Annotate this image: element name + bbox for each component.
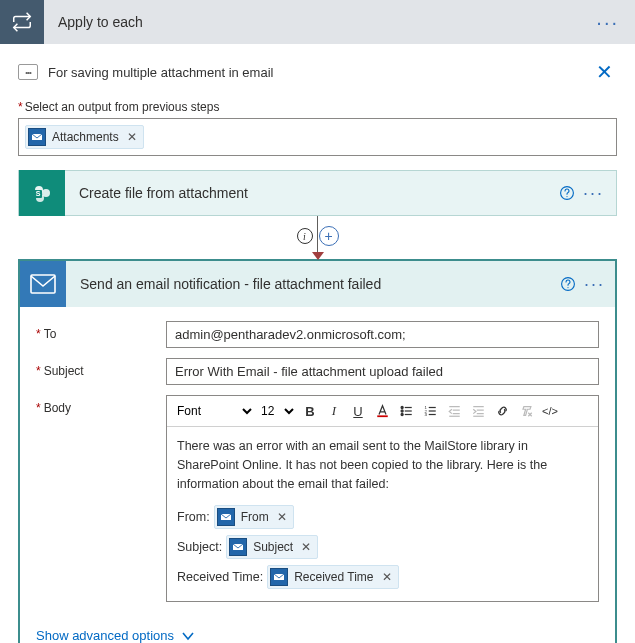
token-remove-icon[interactable]: ✕	[301, 538, 311, 556]
send-email-title: Send an email notification - file attach…	[66, 276, 558, 292]
mail-icon	[20, 261, 66, 307]
header-title: Apply to each	[44, 14, 588, 30]
sharepoint-icon: S	[19, 170, 65, 216]
token-remove-icon[interactable]: ✕	[277, 508, 287, 526]
connector: i +	[18, 216, 617, 260]
comment-icon: •••	[18, 64, 38, 80]
from-token[interactable]: From ✕	[214, 505, 294, 529]
apply-to-each-header[interactable]: Apply to each ···	[0, 0, 635, 44]
code-view-button[interactable]: </>	[539, 400, 561, 422]
arrow-down-icon	[312, 252, 324, 260]
svg-point-11	[567, 287, 568, 288]
body-label: *Body	[36, 395, 166, 415]
clear-format-button[interactable]	[515, 400, 537, 422]
italic-button[interactable]: I	[323, 400, 345, 422]
token-label: Attachments	[52, 130, 119, 144]
link-button[interactable]	[491, 400, 513, 422]
body-received-label: Received Time:	[177, 568, 263, 587]
number-list-button[interactable]: 123	[419, 400, 441, 422]
token-remove-icon[interactable]: ✕	[382, 568, 392, 586]
outdent-button[interactable]	[443, 400, 465, 422]
attachments-token[interactable]: Attachments ✕	[25, 125, 144, 149]
bold-button[interactable]: B	[299, 400, 321, 422]
font-size-select[interactable]: 12	[257, 403, 297, 419]
loop-icon	[0, 0, 44, 44]
svg-rect-9	[31, 275, 55, 293]
output-field[interactable]: Attachments ✕	[18, 118, 617, 156]
svg-rect-12	[377, 415, 388, 417]
subject-input[interactable]	[166, 358, 599, 385]
body-editor[interactable]: Font 12 B I U 123	[166, 395, 599, 602]
add-step-button[interactable]: +	[319, 226, 339, 246]
info-icon[interactable]: i	[297, 228, 313, 244]
help-icon[interactable]	[557, 183, 577, 203]
email-help-icon[interactable]	[558, 274, 578, 294]
chevron-down-icon	[182, 631, 194, 641]
header-more-menu[interactable]: ···	[588, 11, 627, 34]
body-subject-label: Subject:	[177, 538, 222, 557]
send-email-header[interactable]: Send an email notification - file attach…	[20, 261, 615, 307]
note-text: For saving multiple attachment in email	[48, 65, 592, 80]
bullet-list-button[interactable]	[395, 400, 417, 422]
create-file-title: Create file from attachment	[65, 185, 557, 201]
send-email-action: Send an email notification - file attach…	[18, 259, 617, 643]
to-label: *To	[36, 321, 166, 341]
body-from-label: From:	[177, 508, 210, 527]
outlook-icon	[217, 508, 235, 526]
underline-button[interactable]: U	[347, 400, 369, 422]
svg-point-17	[401, 413, 403, 415]
create-file-more-menu[interactable]: ···	[577, 183, 610, 204]
svg-text:S: S	[36, 190, 41, 197]
svg-point-15	[401, 410, 403, 412]
svg-text:3: 3	[424, 412, 427, 417]
to-input[interactable]	[166, 321, 599, 348]
outlook-icon	[270, 568, 288, 586]
subject-token[interactable]: Subject ✕	[226, 535, 318, 559]
body-content[interactable]: There was an error with an email sent to…	[167, 427, 598, 601]
token-remove-icon[interactable]: ✕	[127, 130, 137, 144]
svg-point-8	[566, 196, 567, 197]
subject-label: *Subject	[36, 358, 166, 378]
outlook-icon	[229, 538, 247, 556]
email-more-menu[interactable]: ···	[578, 274, 611, 295]
indent-button[interactable]	[467, 400, 489, 422]
font-select[interactable]: Font	[173, 403, 255, 419]
output-label: *Select an output from previous steps	[18, 100, 617, 114]
rte-toolbar: Font 12 B I U 123	[167, 396, 598, 427]
body-paragraph: There was an error with an email sent to…	[177, 437, 588, 493]
svg-point-13	[401, 406, 403, 408]
received-time-token[interactable]: Received Time ✕	[267, 565, 398, 589]
outlook-icon	[28, 128, 46, 146]
close-icon[interactable]: ✕	[592, 60, 617, 84]
note-row: ••• For saving multiple attachment in em…	[18, 54, 617, 100]
font-color-button[interactable]	[371, 400, 393, 422]
create-file-action[interactable]: S Create file from attachment ···	[18, 170, 617, 216]
show-advanced-link[interactable]: Show advanced options	[20, 622, 615, 643]
